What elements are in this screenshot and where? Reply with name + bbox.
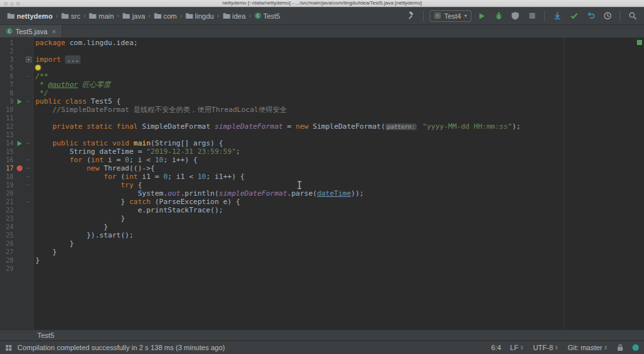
line-number[interactable]: 9 — [0, 97, 15, 106]
breadcrumb-item-test5[interactable]: CTest5 — [252, 12, 282, 21]
fold-marker[interactable]: − — [24, 164, 33, 172]
breadcrumb-file[interactable]: Test5 — [37, 331, 54, 339]
breadcrumb-item-idea[interactable]: idea — [221, 12, 248, 21]
line-number[interactable]: 8 — [0, 89, 15, 97]
breadcrumb-item-lingdu[interactable]: lingdu — [184, 12, 216, 21]
line-number[interactable]: 21 — [0, 198, 15, 206]
code-line[interactable]: 6−/** — [0, 72, 644, 80]
code-line[interactable]: 11 — [0, 114, 644, 122]
code-line[interactable]: 22 e.printStackTrace(); — [0, 206, 644, 214]
line-number[interactable]: 20 — [0, 189, 15, 198]
inspection-status-indicator[interactable] — [637, 40, 642, 45]
tab-test5-java[interactable]: C Test5.java × — [0, 25, 62, 37]
code-line[interactable]: 23 } — [0, 214, 644, 223]
caret-position[interactable]: 6:4 — [491, 344, 501, 351]
close-window-button[interactable] — [4, 2, 8, 6]
code-line[interactable]: 21− } catch (ParseException e) { — [0, 198, 644, 206]
line-number[interactable]: 10 — [0, 106, 15, 114]
code-line[interactable]: 10 //SimpleDateFormat 是线程不安全的类，使用ThreadL… — [0, 106, 644, 114]
line-number[interactable]: 26 — [0, 239, 15, 248]
code-editor[interactable]: 1package com.lingdu.idea;23+import ...56… — [0, 38, 644, 330]
breadcrumb-item-nettydemo[interactable]: nettydemo — [5, 12, 55, 21]
breadcrumb-item-src[interactable]: src — [59, 12, 82, 21]
search-icon[interactable] — [626, 10, 639, 22]
stop-icon[interactable] — [526, 10, 538, 22]
line-number[interactable]: 25 — [0, 231, 15, 239]
encoding-widget[interactable]: UTF-8⇕ — [533, 344, 559, 351]
fold-marker[interactable]: − — [24, 181, 33, 189]
line-number[interactable]: 1 — [0, 39, 15, 47]
code-line[interactable]: 15 String dateTime = "2019-12-31 23:59:5… — [0, 147, 644, 156]
breadcrumb-item-java[interactable]: java — [120, 12, 147, 21]
build-icon[interactable] — [404, 10, 417, 22]
coverage-icon[interactable] — [509, 10, 522, 22]
breadcrumb-item-main[interactable]: main — [87, 12, 116, 21]
line-number[interactable]: 6 — [0, 72, 15, 80]
history-icon[interactable] — [601, 10, 614, 22]
code-line[interactable]: 12 private static final SimpleDateFormat… — [0, 122, 644, 131]
fold-marker[interactable]: − — [24, 172, 33, 181]
line-number[interactable]: 28 — [0, 256, 15, 265]
breakpoint-icon[interactable] — [15, 164, 24, 172]
code-line[interactable]: 7 * @author 匠心零度 — [0, 80, 644, 89]
debug-icon[interactable] — [492, 10, 505, 22]
line-number[interactable]: 22 — [0, 206, 15, 214]
run-gutter-icon[interactable] — [15, 139, 24, 147]
window-titlebar[interactable]: nettydemo [~/data/nettydemo] - .../src/m… — [0, 0, 644, 7]
line-number[interactable]: 13 — [0, 131, 15, 139]
code-line[interactable]: 3+import ... — [0, 55, 644, 64]
close-tab-icon[interactable]: × — [52, 28, 56, 35]
line-number[interactable]: 16 — [0, 156, 15, 164]
highlighting-level-icon[interactable] — [632, 344, 639, 351]
zoom-window-button[interactable] — [16, 2, 20, 6]
intention-bulb-icon[interactable] — [35, 65, 41, 70]
code-line[interactable]: 1package com.lingdu.idea; — [0, 39, 644, 47]
code-line[interactable]: 5 — [0, 64, 644, 72]
run-configuration-select[interactable]: Test4▾ — [430, 10, 471, 22]
fold-marker[interactable]: − — [24, 72, 33, 80]
run-gutter-icon[interactable] — [15, 97, 24, 106]
git-branch-widget[interactable]: Git: master⇕ — [568, 344, 609, 351]
toolwindow-toggle-icon[interactable] — [5, 344, 12, 351]
code-line[interactable]: 27 } — [0, 248, 644, 256]
run-icon[interactable] — [475, 10, 488, 22]
line-number[interactable]: 5 — [0, 64, 15, 72]
line-number[interactable]: 14 — [0, 139, 15, 147]
code-line[interactable]: 14− public static void main(String[] arg… — [0, 139, 644, 147]
breadcrumb-item-com[interactable]: com — [152, 12, 179, 21]
minimize-window-button[interactable] — [10, 2, 14, 6]
line-number[interactable]: 7 — [0, 80, 15, 89]
code-line[interactable]: 25 }).start(); — [0, 231, 644, 239]
code-line[interactable]: 26 } — [0, 239, 644, 248]
vcs-update-icon[interactable] — [551, 10, 564, 22]
fold-marker[interactable]: − — [24, 156, 33, 164]
line-number[interactable]: 3 — [0, 55, 15, 64]
line-number[interactable]: 27 — [0, 248, 15, 256]
line-number[interactable]: 23 — [0, 214, 15, 223]
fold-marker[interactable]: − — [24, 139, 33, 147]
code-line[interactable]: 19− try { — [0, 181, 644, 189]
code-line[interactable]: 29 — [0, 265, 644, 273]
code-line[interactable]: 8 */ — [0, 89, 644, 97]
line-number[interactable]: 2 — [0, 47, 15, 55]
readonly-lock-icon[interactable] — [617, 344, 623, 351]
line-number[interactable]: 11 — [0, 114, 15, 122]
code-line[interactable]: 20 System.out.println(simpleDateFormat.p… — [0, 189, 644, 198]
line-number[interactable]: 15 — [0, 147, 15, 156]
line-number[interactable]: 17 — [0, 164, 15, 172]
line-number[interactable]: 12 — [0, 122, 15, 131]
line-number[interactable]: 19 — [0, 181, 15, 189]
fold-marker[interactable]: − — [24, 198, 33, 206]
line-number[interactable]: 18 — [0, 172, 15, 181]
line-number[interactable]: 24 — [0, 223, 15, 231]
code-line[interactable]: 13 — [0, 131, 644, 139]
line-separator-widget[interactable]: LF⇕ — [510, 344, 524, 351]
line-number[interactable]: 29 — [0, 265, 15, 273]
code-line[interactable]: 17− new Thread(()->{ — [0, 164, 644, 172]
code-line[interactable]: 16− for (int i = 0; i < 10; i++) { — [0, 156, 644, 164]
status-message[interactable]: Compilation completed successfully in 2 … — [17, 344, 225, 351]
code-line[interactable]: 28} — [0, 256, 644, 265]
code-line[interactable]: 2 — [0, 47, 644, 55]
fold-marker[interactable]: + — [24, 55, 33, 64]
vcs-commit-icon[interactable] — [567, 10, 580, 22]
